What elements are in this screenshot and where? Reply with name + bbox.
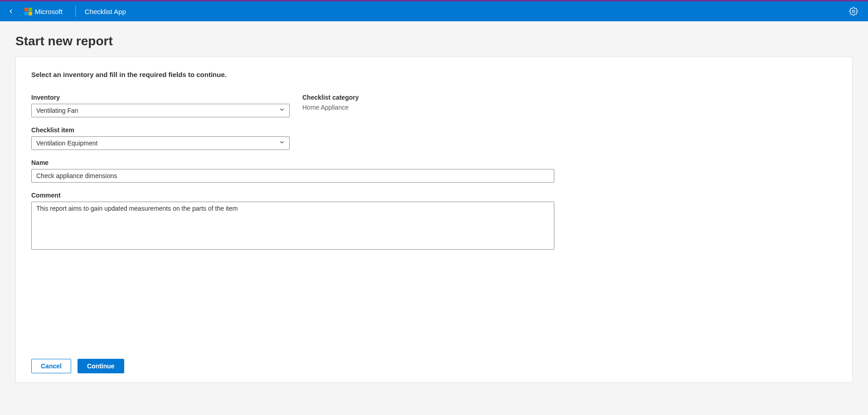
inventory-category-row: Inventory Ventilating Fan Checklist cate… <box>31 94 837 126</box>
header-divider <box>75 6 76 17</box>
inventory-field: Inventory Ventilating Fan <box>31 94 294 117</box>
cancel-button[interactable]: Cancel <box>31 359 71 373</box>
page-title: Start new report <box>15 34 853 48</box>
gear-icon <box>849 7 858 16</box>
name-input[interactable] <box>31 169 554 183</box>
checklist-category-field: Checklist category Home Appliance <box>302 94 529 117</box>
inventory-select[interactable]: Ventilating Fan <box>31 104 290 117</box>
inventory-label: Inventory <box>31 94 294 101</box>
checklist-category-value: Home Appliance <box>302 104 529 111</box>
chevron-left-icon <box>8 8 14 14</box>
microsoft-logo: Microsoft <box>24 8 63 15</box>
continue-button[interactable]: Continue <box>78 359 124 373</box>
microsoft-logo-text: Microsoft <box>35 8 63 15</box>
comment-textarea[interactable] <box>31 202 554 250</box>
checklist-item-label: Checklist item <box>31 126 837 134</box>
back-button[interactable] <box>5 6 16 17</box>
button-row: Cancel Continue <box>31 359 837 373</box>
settings-button[interactable] <box>848 6 859 17</box>
app-header: Microsoft Checklist App <box>0 1 868 21</box>
inventory-select-value: Ventilating Fan <box>36 107 78 114</box>
comment-field: Comment <box>31 192 837 251</box>
app-title: Checklist App <box>85 8 126 15</box>
form-card: Select an inventory and fill in the requ… <box>15 57 853 383</box>
comment-label: Comment <box>31 192 837 199</box>
content-area: Start new report Select an inventory and… <box>0 21 868 383</box>
microsoft-logo-icon <box>24 8 32 15</box>
name-field: Name <box>31 159 837 183</box>
name-label: Name <box>31 159 837 166</box>
checklist-item-field: Checklist item Ventilation Equipment <box>31 126 837 150</box>
form-instruction: Select an inventory and fill in the requ… <box>31 71 837 78</box>
checklist-category-label: Checklist category <box>302 94 529 101</box>
svg-point-0 <box>853 10 855 13</box>
checklist-item-select[interactable]: Ventilation Equipment <box>31 136 290 150</box>
checklist-item-select-value: Ventilation Equipment <box>36 140 97 147</box>
